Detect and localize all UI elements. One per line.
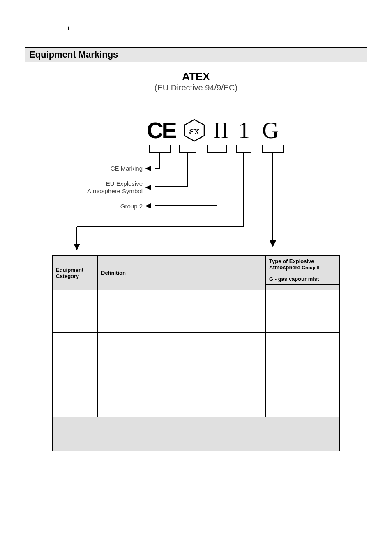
th-type-explosive-atmosphere: Type of Explosive Atmosphere Group II [266, 256, 340, 273]
arrow-left-icon [145, 166, 151, 171]
section-heading: Equipment Markings [25, 47, 367, 62]
table-cell [266, 375, 340, 417]
callout-group: Group 2 [69, 203, 143, 210]
equipment-category-table: Equipment Category Definition Type of Ex… [52, 255, 340, 451]
connector-lines [52, 70, 340, 255]
th-zone [266, 285, 340, 290]
table-cell [266, 333, 340, 375]
th-equipment-category: Equipment Category [53, 256, 98, 290]
table-cell [53, 290, 98, 333]
atex-subtitle: (EU Directive 94/9/EC) [52, 83, 340, 92]
svg-text:εx: εx [189, 124, 200, 137]
ex-hexagon-icon: εx [183, 119, 206, 142]
table-cell [53, 375, 98, 417]
callout-ex: EU Explosive Atmosphere Symbol [69, 180, 143, 194]
callout-ce: CE Marking [69, 165, 143, 172]
atex-title: ATEX [52, 70, 340, 83]
arrow-left-icon [145, 204, 151, 208]
arrow-left-icon [145, 185, 151, 190]
ce-mark-icon: CE [147, 119, 175, 142]
th-g-gas-vapour-mist: G - gas vapour mist [266, 273, 340, 285]
svg-marker-4 [145, 204, 151, 208]
atex-marking-row: CE εx II 1 G [147, 119, 281, 142]
type-mark: G [260, 119, 281, 142]
group-mark: II [213, 119, 228, 142]
page-marker: i [68, 25, 367, 31]
svg-marker-3 [145, 185, 151, 190]
category-mark: 1 [236, 119, 252, 142]
table-foot [53, 417, 340, 451]
table-cell [53, 333, 98, 375]
table-cell [98, 333, 266, 375]
th-definition: Definition [98, 256, 266, 290]
atex-marking-figure: ATEX (EU Directive 94/9/EC) CE εx II 1 G… [52, 70, 340, 255]
svg-marker-17 [74, 244, 80, 250]
svg-marker-2 [145, 166, 151, 171]
table-cell [98, 290, 266, 333]
table-cell [98, 375, 266, 417]
table-cell [266, 290, 340, 333]
svg-marker-18 [270, 240, 276, 247]
